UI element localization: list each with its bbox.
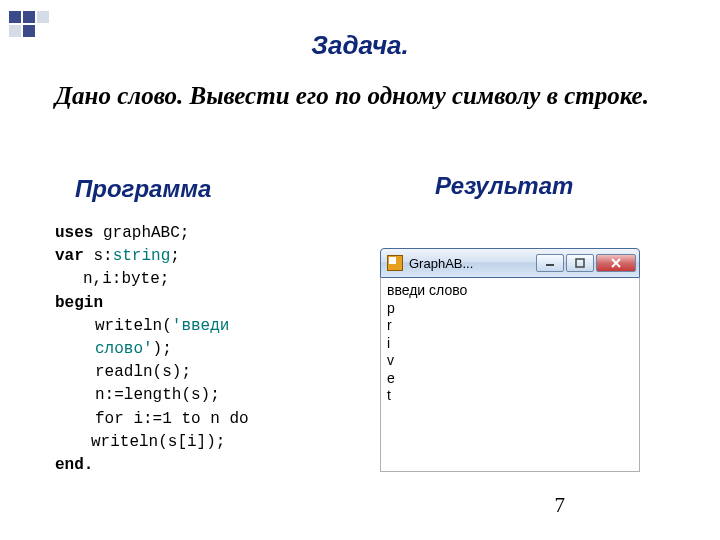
kw-uses: uses xyxy=(55,224,93,242)
slide-title: Задача. xyxy=(0,30,720,61)
maximize-button[interactable] xyxy=(566,254,594,272)
minimize-button[interactable] xyxy=(536,254,564,272)
program-heading: Программа xyxy=(75,175,211,203)
window-titlebar: GraphAB... xyxy=(380,248,640,278)
kw-var: var xyxy=(55,247,84,265)
app-icon xyxy=(387,255,403,271)
kw-end: end. xyxy=(55,456,93,474)
result-window: GraphAB... введи слово p r i v e t xyxy=(380,248,640,472)
window-title: GraphAB... xyxy=(409,256,536,271)
result-heading: Результат xyxy=(435,172,573,200)
page-number: 7 xyxy=(555,493,566,518)
problem-statement: Дано слово. Вывести его по одному символ… xyxy=(55,80,655,111)
program-code: uses graphABC; var s:string; n,i:byte; b… xyxy=(55,222,305,477)
window-output: введи слово p r i v e t xyxy=(380,278,640,472)
kw-begin: begin xyxy=(55,294,103,312)
close-button[interactable] xyxy=(596,254,636,272)
svg-rect-1 xyxy=(576,259,584,267)
